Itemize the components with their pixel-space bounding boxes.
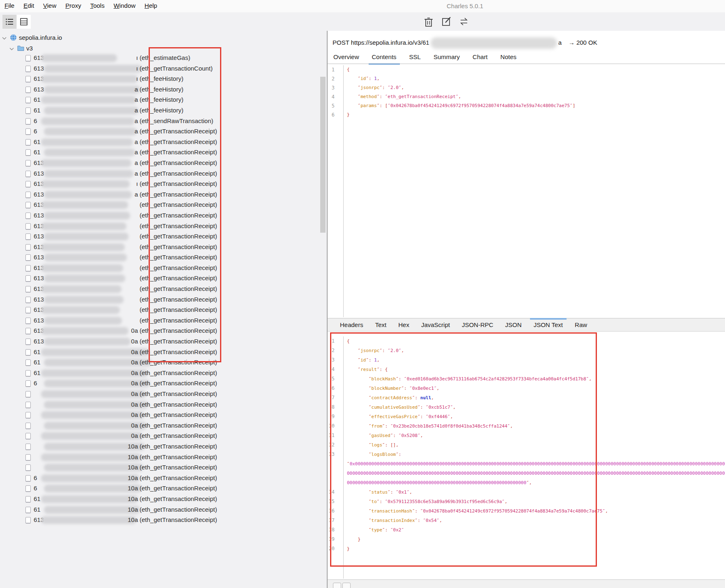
tree-request-row[interactable]: 613(eth_getTransactionReceipt): [0, 295, 320, 305]
tree-request-row[interactable]: 6130a(eth_getTransactionReceipt): [0, 336, 320, 347]
tab-chart[interactable]: Chart: [472, 53, 489, 61]
request-id-fragment: 61: [34, 495, 41, 502]
request-doc-icon: [25, 87, 31, 93]
tab-json-text[interactable]: JSON Text: [534, 318, 563, 331]
tab-hex[interactable]: Hex: [398, 318, 409, 331]
tree-request-row[interactable]: 613(eth_getTransactionReceipt): [0, 200, 320, 210]
tree-request-row[interactable]: 0a(eth_getTransactionReceipt): [0, 421, 320, 431]
collapse-button[interactable]: [342, 583, 351, 588]
tab-summary[interactable]: Summary: [433, 53, 461, 61]
sequence-view-button[interactable]: [17, 15, 31, 29]
tree-request-row[interactable]: 613ı(eth_estimateGas): [0, 53, 320, 64]
tab-text[interactable]: Text: [375, 318, 387, 331]
tree-request-row[interactable]: 613ı(eth_feeHistory): [0, 74, 320, 85]
line-number: 16: [328, 506, 335, 516]
code-line: 3 ″jsonrpc″: ″2.0″,: [328, 83, 725, 92]
tab-raw[interactable]: Raw: [575, 318, 587, 331]
tree-request-row[interactable]: 6110a(eth_getTransactionReceipt): [0, 505, 320, 515]
tree-request-row[interactable]: 610a(eth_getTransactionReceipt): [0, 368, 320, 379]
request-doc-icon: [25, 433, 31, 439]
repeat-icon[interactable]: [459, 16, 469, 27]
tree-request-row[interactable]: 61a(eth_feeHistory): [0, 95, 320, 105]
tree-request-row[interactable]: 613a(eth_getTransactionReceipt): [0, 190, 320, 200]
tree-request-row[interactable]: 60a(eth_getTransactionReceipt): [0, 378, 320, 389]
expand-button[interactable]: [333, 583, 341, 588]
tree-request-row[interactable]: 613(eth_getTransactionReceipt): [0, 252, 320, 263]
tree-request-row[interactable]: 613(eth_getTransactionReceipt): [0, 242, 320, 253]
code-line: 17 ″transactionIndex″: ″0x54″,: [328, 516, 725, 525]
tree-request-row[interactable]: 613ı(eth_getTransactionReceipt): [0, 179, 320, 190]
tree-request-row[interactable]: 613ı(eth_getTransactionCount): [0, 64, 320, 74]
rpc-method-label: (eth_getTransactionReceipt): [140, 401, 217, 408]
tree-request-row[interactable]: 610a(eth_getTransactionReceipt): [0, 483, 320, 494]
tab-json-rpc[interactable]: JSON-RPC: [462, 318, 493, 331]
tab-overview[interactable]: Overview: [333, 53, 360, 61]
tree-request-row[interactable]: 10a(eth_getTransactionReceipt): [0, 442, 320, 452]
tree-request-row[interactable]: 613(eth_getTransactionReceipt): [0, 273, 320, 284]
tree-request-row[interactable]: 613a(eth_feeHistory): [0, 85, 320, 95]
tree-request-row[interactable]: 6a(eth_getTransactionReceipt): [0, 126, 320, 137]
chevron-down-icon[interactable]: [9, 48, 14, 50]
tree-request-row[interactable]: 61a(eth_getTransactionReceipt): [0, 137, 320, 148]
tab-javascript[interactable]: JavaScript: [421, 318, 450, 331]
tree-request-row[interactable]: 610a(eth_getTransactionReceipt): [0, 473, 320, 484]
compose-icon[interactable]: [442, 16, 452, 27]
rpc-method-label: (eth_getTransactionReceipt): [140, 516, 217, 523]
tree-request-row[interactable]: 61310a(eth_getTransactionReceipt): [0, 515, 320, 526]
chevron-down-icon[interactable]: [2, 37, 7, 40]
tab-ssl[interactable]: SSL: [408, 53, 422, 61]
tree-request-row[interactable]: 6110a(eth_getTransactionReceipt): [0, 494, 320, 505]
request-id-tail: ı: [119, 65, 138, 72]
request-doc-icon: [25, 423, 31, 429]
structure-view-button[interactable]: [2, 15, 16, 29]
menu-item-edit[interactable]: Edit: [19, 0, 39, 11]
tab-contents[interactable]: Contents: [371, 53, 397, 61]
tree-request-row[interactable]: 613a(eth_getTransactionReceipt): [0, 158, 320, 169]
tree-request-row[interactable]: 0a(eth_getTransactionReceipt): [0, 431, 320, 442]
request-id-tail: a: [119, 138, 138, 145]
menu-item-view[interactable]: View: [39, 0, 61, 11]
tree-request-row[interactable]: 610a(eth_getTransactionReceipt): [0, 347, 320, 358]
tree-request-row[interactable]: 10a(eth_getTransactionReceipt): [0, 452, 320, 463]
rpc-method-label: (eth_getTransactionReceipt): [140, 138, 217, 145]
redacted-id-blur: [44, 212, 130, 220]
request-id-tail: a: [119, 86, 138, 93]
request-id-tail: 10a: [119, 506, 138, 513]
request-id-fragment: 613: [34, 170, 44, 177]
tree-request-row[interactable]: 613(eth_getTransactionReceipt): [0, 316, 320, 326]
tree-request-row[interactable]: 610a(eth_getTransactionReceipt): [0, 357, 320, 368]
tree-host-row[interactable]: sepolia.infura.io: [0, 33, 320, 43]
tree-request-row[interactable]: 613(eth_getTransactionReceipt): [0, 284, 320, 295]
tree-request-row[interactable]: 61a(eth_getTransactionReceipt): [0, 147, 320, 158]
tab-notes[interactable]: Notes: [500, 53, 517, 61]
tree-request-row[interactable]: 613(eth_getTransactionReceipt): [0, 305, 320, 316]
tab-headers[interactable]: Headers: [340, 318, 363, 331]
trash-icon[interactable]: [424, 16, 433, 27]
request-id-fragment: 6: [34, 474, 37, 481]
rpc-method-label: (eth_getTransactionReceipt): [140, 327, 217, 334]
tree-request-row[interactable]: 61a(eth_feeHistory): [0, 105, 320, 116]
request-id-tail: 0a: [119, 401, 138, 408]
tree-request-row[interactable]: 6130a(eth_getTransactionReceipt): [0, 326, 320, 336]
tree-request-row[interactable]: 613(eth_getTransactionReceipt): [0, 263, 320, 274]
tab-json[interactable]: JSON: [505, 318, 522, 331]
menu-item-file[interactable]: File: [0, 0, 19, 11]
tree-request-row[interactable]: 613(eth_getTransactionReceipt): [0, 210, 320, 221]
line-number: 5: [328, 374, 335, 384]
tree-request-row[interactable]: 6a(eth_sendRawTransaction): [0, 116, 320, 127]
menu-item-window[interactable]: Window: [109, 0, 140, 11]
tree-request-row[interactable]: 613(eth_getTransactionReceipt): [0, 231, 320, 242]
tree-request-row[interactable]: 0a(eth_getTransactionReceipt): [0, 410, 320, 421]
left-scrollbar-thumb[interactable]: [320, 77, 326, 233]
tree-request-row[interactable]: 10a(eth_getTransactionReceipt): [0, 462, 320, 473]
tree-request-row[interactable]: 613a(eth_getTransactionReceipt): [0, 169, 320, 179]
menu-item-tools[interactable]: Tools: [86, 0, 109, 11]
menu-item-proxy[interactable]: Proxy: [61, 0, 85, 11]
tree-request-row[interactable]: 0a(eth_getTransactionReceipt): [0, 400, 320, 410]
structure-view-icon: [5, 18, 14, 25]
rpc-method-label: (eth_feeHistory): [140, 75, 184, 82]
menu-item-help[interactable]: Help: [140, 0, 162, 11]
tree-request-list: 613ı(eth_estimateGas)613ı(eth_getTransac…: [0, 53, 320, 526]
tree-request-row[interactable]: 0a(eth_getTransactionReceipt): [0, 389, 320, 400]
tree-request-row[interactable]: 613(eth_getTransactionReceipt): [0, 221, 320, 232]
